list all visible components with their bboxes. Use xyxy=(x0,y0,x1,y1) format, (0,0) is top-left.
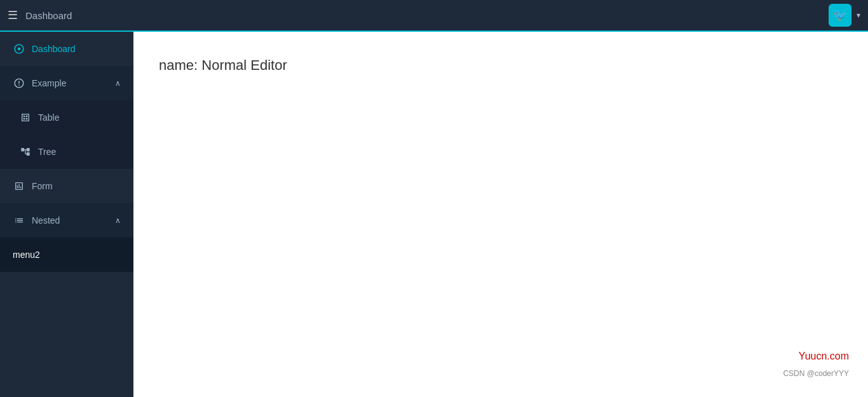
content-area: name: Normal Editor xyxy=(133,32,868,397)
avatar-icon: 🐦 xyxy=(833,8,847,22)
nested-icon xyxy=(13,214,25,227)
top-bar-right: 🐦 ▾ xyxy=(829,4,860,27)
sidebar-item-dashboard[interactable]: Dashboard xyxy=(0,32,133,66)
sidebar-group-nested-label: Nested xyxy=(32,215,60,225)
svg-point-0 xyxy=(18,48,21,51)
example-chevron-icon: ∧ xyxy=(115,79,121,88)
form-icon xyxy=(13,180,25,192)
dashboard-icon xyxy=(13,43,25,55)
sidebar-item-table[interactable]: Table xyxy=(0,100,133,135)
sidebar-form-label: Form xyxy=(32,181,53,191)
sidebar-item-menu2[interactable]: menu2 xyxy=(0,238,133,272)
sidebar-group-example-label: Example xyxy=(32,78,66,88)
sidebar-tree-label: Tree xyxy=(38,147,56,157)
top-bar-title: Dashboard xyxy=(25,10,72,21)
sidebar-item-form[interactable]: Form xyxy=(0,169,133,203)
sidebar-group-nested[interactable]: Nested ∧ xyxy=(0,203,133,238)
sidebar-menu2-label: menu2 xyxy=(13,250,40,260)
tree-icon xyxy=(19,145,32,158)
top-bar: ☰ Dashboard 🐦 ▾ xyxy=(0,0,868,32)
example-icon xyxy=(13,77,25,90)
avatar-button[interactable]: 🐦 xyxy=(829,4,851,27)
sidebar-table-label: Table xyxy=(38,112,59,123)
content-inner: name: Normal Editor xyxy=(133,32,868,397)
sidebar-item-tree[interactable]: Tree xyxy=(0,135,133,169)
top-bar-left: ☰ Dashboard xyxy=(8,8,72,22)
nested-chevron-icon: ∧ xyxy=(115,216,121,225)
watermark-yuucn: Yuucn.com xyxy=(799,351,849,362)
main-layout: Dashboard Example ∧ Table Tree xyxy=(0,32,868,397)
sidebar-group-nested-left: Nested xyxy=(13,214,60,227)
page-heading: name: Normal Editor xyxy=(159,57,843,74)
user-dropdown-arrow[interactable]: ▾ xyxy=(857,11,860,20)
sidebar-dashboard-label: Dashboard xyxy=(32,44,76,54)
watermark-csdn: CSDN @coderYYY xyxy=(783,369,849,378)
sidebar: Dashboard Example ∧ Table Tree xyxy=(0,32,133,397)
table-icon xyxy=(19,111,32,124)
hamburger-icon[interactable]: ☰ xyxy=(8,8,18,22)
sidebar-group-example[interactable]: Example ∧ xyxy=(0,66,133,100)
sidebar-group-example-left: Example xyxy=(13,77,66,90)
